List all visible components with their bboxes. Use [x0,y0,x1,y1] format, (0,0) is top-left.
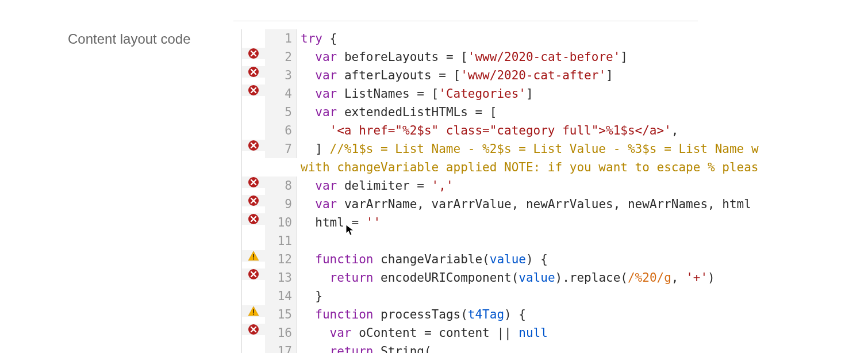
code-line[interactable]: 14 } [242,287,868,305]
line-number: 10 [265,213,297,232]
token-txt: ] [526,87,533,101]
line-number: 5 [265,103,297,121]
code-line[interactable]: 16 var oContent = content || null [242,324,868,342]
token-txt [301,326,330,340]
line-number: 8 [265,176,297,195]
code-content[interactable]: try { [297,29,868,48]
code-content[interactable]: var beforeLayouts = ['www/2020-cat-befor… [297,48,868,66]
token-txt: afterLayouts = [ [337,68,460,82]
token-txt: } [301,289,322,303]
token-str: ',' [432,179,454,193]
token-rx: /%20/g [628,271,671,285]
code-line[interactable]: 3 var afterLayouts = ['www/2020-cat-afte… [242,66,868,85]
code-content[interactable]: var afterLayouts = ['www/2020-cat-after'… [297,66,868,85]
gutter-marker [242,176,265,188]
code-line[interactable]: 10 html = '' [242,213,868,232]
code-line[interactable]: 1try { [242,29,868,48]
token-txt [301,179,315,193]
token-txt [301,68,315,82]
token-str: '' [366,216,381,229]
token-txt [301,50,315,64]
code-line[interactable]: 11 [242,232,868,250]
code-content[interactable]: '<a href="%2$s" class="category full">%1… [297,121,868,140]
code-content[interactable]: return encodeURIComponent(value).replace… [297,268,868,287]
code-content[interactable]: var varArrName, varArrValue, newArrValue… [297,195,868,213]
token-txt: { [322,32,337,45]
code-line[interactable]: 8 var delimiter = ',' [242,176,868,195]
gutter-marker [242,305,265,317]
gutter-marker [242,48,265,59]
code-content[interactable]: var ListNames = ['Categories'] [297,85,868,103]
token-txt: ) [708,271,715,285]
line-number: 13 [265,268,297,287]
code-line[interactable]: 17 return String( [242,342,868,353]
token-str: 'Categories' [439,87,526,101]
code-editor[interactable]: 1try {2 var beforeLayouts = ['www/2020-c… [241,29,868,353]
code-content[interactable]: html = '' [297,213,868,232]
svg-rect-7 [253,254,254,258]
code-line[interactable]: 5 var extendedListHTMLs = [ [242,103,868,121]
code-content[interactable]: var extendedListHTMLs = [ [297,103,868,121]
line-number: 1 [265,29,297,48]
token-txt: ] [301,142,330,156]
code-line[interactable]: 4 var ListNames = ['Categories'] [242,85,868,103]
token-txt: ).replace( [555,271,628,285]
error-icon [248,195,259,206]
token-txt: changeVariable( [373,252,489,266]
token-kw: function [315,308,373,321]
code-content[interactable]: ] //%1$s = List Name - %2$s = List Value… [297,140,868,158]
token-nul: null [519,326,548,340]
gutter-marker [242,268,265,280]
gutter-marker [242,140,265,151]
code-line[interactable]: 7 ] //%1$s = List Name - %2$s = List Val… [242,140,868,158]
field-label-column: Content layout code [0,0,241,353]
code-content[interactable]: var oContent = content || null [297,324,868,342]
code-content[interactable]: with changeVariable applied NOTE: if you… [297,158,868,176]
code-content[interactable]: function changeVariable(value) { [297,250,868,268]
line-number: 3 [265,66,297,85]
gutter-marker [242,85,265,96]
token-str: 'www/2020-cat-after' [460,68,606,82]
code-line[interactable]: 9 var varArrName, varArrValue, newArrVal… [242,195,868,213]
line-number: 6 [265,121,297,140]
code-line[interactable]: 13 return encodeURIComponent(value).repl… [242,268,868,287]
token-kw: var [315,197,337,211]
token-txt: encodeURIComponent( [373,271,519,285]
token-txt: , [671,124,679,137]
token-kw: try [301,32,322,45]
token-kw: var [315,50,337,64]
token-txt [301,87,315,101]
code-line-wrapped[interactable]: with changeVariable applied NOTE: if you… [242,158,868,176]
token-str: '+' [686,271,708,285]
error-icon [248,324,259,335]
code-line[interactable]: 2 var beforeLayouts = ['www/2020-cat-bef… [242,48,868,66]
line-number: 2 [265,48,297,66]
token-str: '<a href="%2$s" class="category full">%1… [330,124,671,137]
editor-column: 1try {2 var beforeLayouts = ['www/2020-c… [241,0,868,353]
token-txt [301,344,330,353]
line-number: 12 [265,250,297,268]
code-content[interactable]: function processTags(t4Tag) { [297,305,868,324]
token-txt: html = [301,216,366,229]
token-kw: return [330,344,374,353]
token-txt [301,271,330,285]
token-txt [301,197,315,211]
token-txt: beforeLayouts = [ [337,50,468,64]
token-txt: ) { [504,308,526,321]
token-txt [301,105,315,119]
token-txt: delimiter = [337,179,431,193]
token-txt [301,124,330,137]
code-line[interactable]: 6 '<a href="%2$s" class="category full">… [242,121,868,140]
error-icon [248,48,259,59]
code-line[interactable]: 15 function processTags(t4Tag) { [242,305,868,324]
token-kw: var [315,68,337,82]
svg-rect-8 [253,259,254,260]
token-txt [301,308,315,321]
code-content[interactable]: return String( [297,342,868,353]
token-com: with changeVariable applied NOTE: if you… [301,160,759,174]
code-content[interactable]: } [297,287,868,305]
token-txt: ListNames = [ [337,87,439,101]
token-kw: var [315,179,337,193]
code-line[interactable]: 12 function changeVariable(value) { [242,250,868,268]
code-content[interactable]: var delimiter = ',' [297,176,868,195]
